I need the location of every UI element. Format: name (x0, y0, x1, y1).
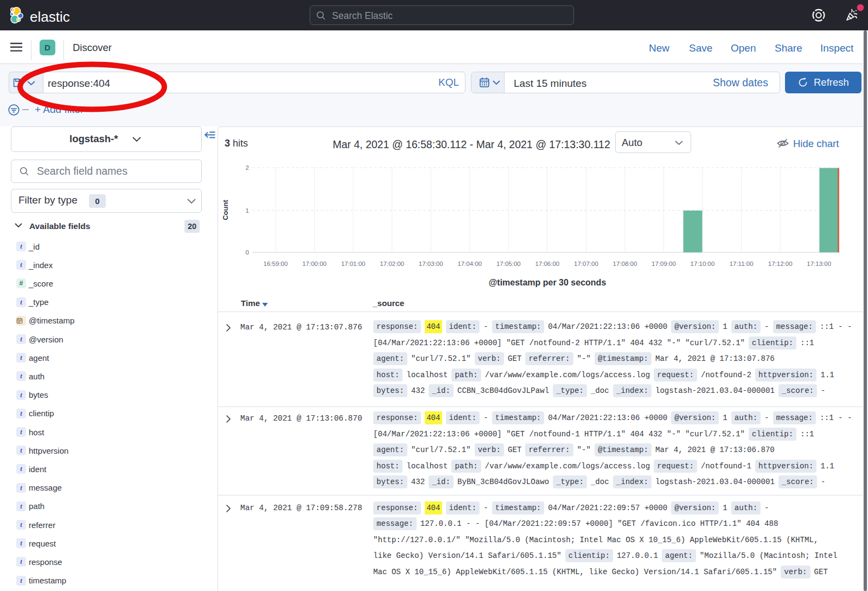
svg-text:17:11:00: 17:11:00 (730, 260, 754, 267)
svg-text:2: 2 (246, 164, 249, 171)
svg-text:17:07:00: 17:07:00 (574, 260, 598, 267)
svg-text:17:04:00: 17:04:00 (457, 260, 482, 267)
svg-text:17:02:00: 17:02:00 (380, 260, 404, 267)
svg-text:17:13:00: 17:13:00 (807, 260, 831, 267)
svg-text:17:05:00: 17:05:00 (496, 260, 521, 267)
svg-text:17:09:00: 17:09:00 (652, 260, 676, 267)
svg-text:17:12:00: 17:12:00 (768, 260, 793, 267)
svg-text:17:06:00: 17:06:00 (535, 260, 559, 267)
svg-text:17:00:00: 17:00:00 (302, 260, 327, 267)
svg-text:17:01:00: 17:01:00 (341, 260, 366, 267)
svg-text:16:59:00: 16:59:00 (264, 260, 288, 267)
svg-text:Count: Count (221, 200, 229, 220)
svg-text:17:03:00: 17:03:00 (419, 260, 443, 267)
svg-text:17:10:00: 17:10:00 (691, 260, 715, 267)
svg-text:0: 0 (246, 249, 249, 256)
svg-text:1: 1 (246, 207, 249, 214)
svg-text:17:08:00: 17:08:00 (613, 260, 637, 267)
